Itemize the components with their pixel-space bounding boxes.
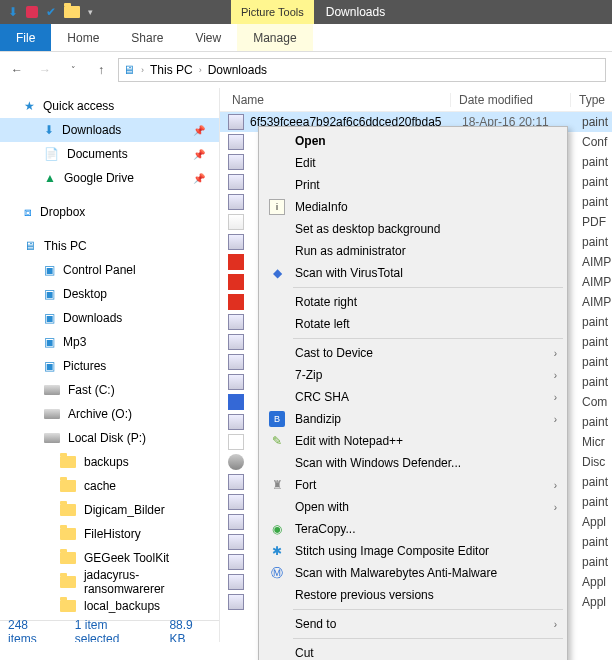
sidebar-folder-gegeek-toolkit[interactable]: GEGeek ToolKit — [0, 546, 219, 570]
file-type: Com — [582, 395, 612, 409]
sidebar-item-control-panel[interactable]: ▣Control Panel — [0, 258, 219, 282]
ctx-malwarebytes[interactable]: ⓂScan with Malwarebytes Anti-Malware — [261, 562, 565, 584]
ctx-bandizip[interactable]: BBandizip› — [261, 408, 565, 430]
ctx-rotate-left[interactable]: Rotate left — [261, 313, 565, 335]
quick-access-header[interactable]: ★ Quick access — [0, 94, 219, 118]
ctx-notepad-pp[interactable]: ✎Edit with Notepad++ — [261, 430, 565, 452]
breadcrumb-this-pc[interactable]: This PC — [150, 63, 193, 77]
pdf-file-icon — [228, 214, 244, 230]
mp3-file-icon — [228, 274, 244, 290]
file-type: paint — [582, 195, 612, 209]
tab-view[interactable]: View — [179, 24, 237, 51]
folder-icon — [60, 528, 76, 540]
breadcrumb-downloads[interactable]: Downloads — [208, 63, 267, 77]
dsc-file-icon — [228, 454, 244, 470]
dropbox-label: Dropbox — [40, 205, 85, 219]
qat-dropdown-icon[interactable]: ▾ — [88, 7, 93, 17]
chevron-right-icon[interactable]: › — [141, 65, 144, 75]
back-button[interactable]: ← — [6, 59, 28, 81]
sidebar-item-pictures[interactable]: ▣Pictures — [0, 354, 219, 378]
sidebar-item-desktop[interactable]: ▣Desktop — [0, 282, 219, 306]
notepadpp-icon: ✎ — [269, 433, 285, 449]
sidebar-folder-local-backups[interactable]: local_backups — [0, 594, 219, 618]
column-type[interactable]: Type — [570, 93, 612, 107]
ctx-restore-versions[interactable]: Restore previous versions — [261, 584, 565, 606]
pin-icon: 📌 — [193, 125, 205, 136]
ctx-ice[interactable]: ✱Stitch using Image Composite Editor — [261, 540, 565, 562]
up-button[interactable]: ↑ — [90, 59, 112, 81]
sidebar-item-label: Google Drive — [64, 171, 134, 185]
down-arrow-icon[interactable]: ⬇ — [8, 5, 18, 19]
img-file-icon — [228, 374, 244, 390]
quick-access-label: Quick access — [43, 99, 114, 113]
sidebar-item-local-disk-p-[interactable]: Local Disk (P:) — [0, 426, 219, 450]
file-type: paint — [582, 115, 612, 129]
sidebar-item-label: FileHistory — [84, 527, 141, 541]
ctx-windows-defender[interactable]: Scan with Windows Defender... — [261, 452, 565, 474]
checkmark-icon[interactable]: ✔ — [46, 5, 56, 19]
sidebar-item-archive-o-[interactable]: Archive (O:) — [0, 402, 219, 426]
sidebar-item-label: local_backups — [84, 599, 160, 613]
chevron-right-icon[interactable]: › — [199, 65, 202, 75]
ctx-7zip[interactable]: 7-Zip› — [261, 364, 565, 386]
dropbox-icon: ⧈ — [24, 205, 32, 219]
sidebar-item-downloads[interactable]: ⬇Downloads📌 — [0, 118, 219, 142]
ctx-edit[interactable]: Edit — [261, 152, 565, 174]
ctx-print[interactable]: Print — [261, 174, 565, 196]
img-file-icon — [228, 534, 244, 550]
sidebar-folder-cache[interactable]: cache — [0, 474, 219, 498]
ctx-rotate-right[interactable]: Rotate right — [261, 291, 565, 313]
ctx-run-as-admin[interactable]: Run as administrator — [261, 240, 565, 262]
column-date[interactable]: Date modified — [450, 93, 570, 107]
this-pc-header[interactable]: 🖥 This PC — [0, 234, 219, 258]
dropbox-header[interactable]: ⧈ Dropbox — [0, 200, 219, 224]
folder-icon — [60, 576, 76, 588]
sidebar-folder-filehistory[interactable]: FileHistory — [0, 522, 219, 546]
file-type: paint — [582, 555, 612, 569]
img-file-icon — [228, 154, 244, 170]
sidebar-item-downloads[interactable]: ▣Downloads — [0, 306, 219, 330]
file-type: PDF — [582, 215, 612, 229]
column-name[interactable]: Name — [220, 93, 450, 107]
new-folder-icon[interactable] — [64, 6, 80, 18]
sidebar-folder-backups[interactable]: backups — [0, 450, 219, 474]
sidebar-item-label: cache — [84, 479, 116, 493]
ctx-cut[interactable]: Cut — [261, 642, 565, 660]
properties-icon[interactable] — [26, 6, 38, 18]
ctx-crc-sha[interactable]: CRC SHA› — [261, 386, 565, 408]
ctx-set-background[interactable]: Set as desktop background — [261, 218, 565, 240]
sidebar-item-label: Digicam_Bilder — [84, 503, 165, 517]
ctx-fort[interactable]: ♜Fort› — [261, 474, 565, 496]
file-tab[interactable]: File — [0, 24, 51, 51]
img-file-icon — [228, 334, 244, 350]
tab-manage[interactable]: Manage — [237, 24, 312, 51]
sidebar-folder-digicam-bilder[interactable]: Digicam_Bilder — [0, 498, 219, 522]
ctx-send-to[interactable]: Send to› — [261, 613, 565, 635]
tab-home[interactable]: Home — [51, 24, 115, 51]
tab-share[interactable]: Share — [115, 24, 179, 51]
txt-file-icon — [228, 434, 244, 450]
ctx-open[interactable]: Open — [261, 130, 565, 152]
ctx-cast[interactable]: Cast to Device› — [261, 342, 565, 364]
ctx-virustotal[interactable]: ◆Scan with VirusTotal — [261, 262, 565, 284]
sidebar-item-fast-c-[interactable]: Fast (C:) — [0, 378, 219, 402]
sidebar-item-label: Fast (C:) — [68, 383, 115, 397]
file-type: Micr — [582, 435, 612, 449]
sidebar-item-google-drive[interactable]: ▲Google Drive📌 — [0, 166, 219, 190]
sidebar-folder-jadacyrus-ransomwarerer[interactable]: jadacyrus-ransomwarerer — [0, 570, 219, 594]
recent-dropdown-icon[interactable]: ˅ — [62, 59, 84, 81]
ctx-separator — [293, 638, 563, 639]
sidebar-item-mp3[interactable]: ▣Mp3 — [0, 330, 219, 354]
pin-icon: 📌 — [193, 173, 205, 184]
drive-icon — [44, 385, 60, 395]
img-file-icon — [228, 474, 244, 490]
pin-icon: 📌 — [193, 149, 205, 160]
sidebar-item-documents[interactable]: 📄Documents📌 — [0, 142, 219, 166]
ctx-mediainfo[interactable]: iMediaInfo — [261, 196, 565, 218]
star-icon: ★ — [24, 99, 35, 113]
ctx-teracopy[interactable]: ◉TeraCopy... — [261, 518, 565, 540]
ctx-open-with[interactable]: Open with› — [261, 496, 565, 518]
address-bar[interactable]: 🖥 › This PC › Downloads — [118, 58, 606, 82]
zip-file-icon — [228, 394, 244, 410]
folder-icon: ▣ — [44, 335, 55, 349]
